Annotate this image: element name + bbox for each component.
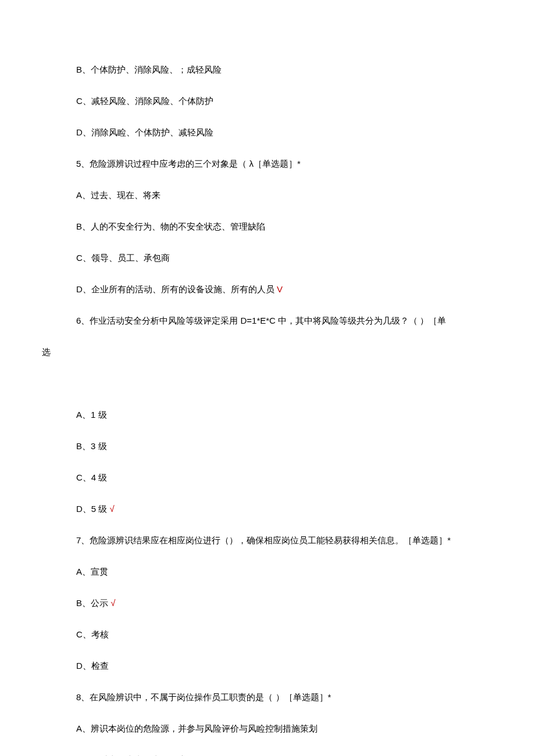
option-q7-d: D、检查	[42, 659, 493, 673]
question-text: 6、作业活动安全分析中风险等级评定采用 D=1*E*C 中，其中将风险等级共分为…	[76, 316, 446, 325]
option-text: B、个体防护、消除风险、；成轻风险	[76, 65, 222, 74]
question-6-stem-cont: 选	[42, 345, 493, 359]
question-text: 8、在风险辨识中，不属于岗位操作员工职责的是（ ）［单选题］*	[76, 692, 331, 702]
option-text: D、消除风睑、个体防护、减轻风险	[76, 127, 213, 137]
question-6-stem: 6、作业活动安全分析中风险等级评定采用 D=1*E*C 中，其中将风险等级共分为…	[42, 314, 493, 328]
option-text: A、宣贯	[76, 567, 108, 576]
option-text: D、5 级	[76, 504, 110, 514]
spacer	[42, 377, 493, 408]
option-text: C、考核	[76, 629, 109, 639]
option-text: B、人的不安全行为、物的不安全状态、管理缺陷	[76, 221, 265, 231]
option-text: C、减轻风险、消除风险、个体防护	[76, 96, 213, 106]
option-q5-a: A、过去、现在、将来	[42, 188, 493, 202]
option-q6-b: B、3 级	[42, 439, 493, 453]
check-mark-icon: √	[110, 504, 115, 514]
option-q5-c: C、领导、员工、承包商	[42, 251, 493, 265]
question-5-stem: 5、危险源辨识过程中应考虑的三个对象是（ λ［单选题］*	[42, 157, 493, 171]
option-q4-c: C、减轻风险、消除风险、个体防护	[42, 94, 493, 108]
option-q4-d: D、消除风睑、个体防护、减轻风险	[42, 126, 493, 139]
option-text: B、公示	[76, 598, 110, 608]
option-q7-b: B、公示 √	[42, 596, 493, 610]
option-q5-b: B、人的不安全行为、物的不安全状态、管理缺陷	[42, 220, 493, 234]
option-q8-b: B、及时上报本岗位事故隐患	[42, 753, 493, 756]
option-text: C、4 级	[76, 472, 107, 482]
option-text: D、检查	[76, 661, 109, 671]
check-mark-icon: V	[277, 284, 283, 294]
option-text: C、领导、员工、承包商	[76, 253, 170, 263]
option-q6-a: A、1 级	[42, 408, 493, 422]
check-mark-icon: √	[110, 598, 115, 608]
option-text: B、3 级	[76, 441, 107, 451]
option-q5-d: D、企业所有的活动、所有的设备设施、所有的人员 V	[42, 282, 493, 296]
question-text: 7、危险源辨识结果应在相应岗位进行（），确保相应岗位员工能轻易获得相关信息。［单…	[76, 535, 451, 545]
option-q7-a: A、宣贯	[42, 565, 493, 579]
option-text: A、1 级	[76, 410, 107, 420]
option-q8-a: A、辨识本岗位的危险源，并参与风险评价与风睑控制措施策划	[42, 722, 493, 736]
option-text: A、过去、现在、将来	[76, 190, 160, 200]
document-content: B、个体防护、消除风险、；成轻风险 C、减轻风险、消除风险、个体防护 D、消除风…	[0, 0, 535, 756]
question-8-stem: 8、在风险辨识中，不属于岗位操作员工职责的是（ ）［单选题］*	[42, 690, 493, 704]
option-q7-c: C、考核	[42, 628, 493, 642]
option-q6-d: D、5 级 √	[42, 502, 493, 516]
option-q4-b: B、个体防护、消除风险、；成轻风险	[42, 63, 493, 77]
option-text: D、企业所有的活动、所有的设备设施、所有的人员	[76, 284, 277, 294]
question-text-cont: 选	[42, 347, 51, 357]
question-text: 5、危险源辨识过程中应考虑的三个对象是（ λ［单选题］*	[76, 159, 301, 169]
option-text: A、辨识本岗位的危险源，并参与风险评价与风睑控制措施策划	[76, 723, 318, 733]
question-7-stem: 7、危险源辨识结果应在相应岗位进行（），确保相应岗位员工能轻易获得相关信息。［单…	[42, 533, 493, 547]
option-q6-c: C、4 级	[42, 471, 493, 485]
